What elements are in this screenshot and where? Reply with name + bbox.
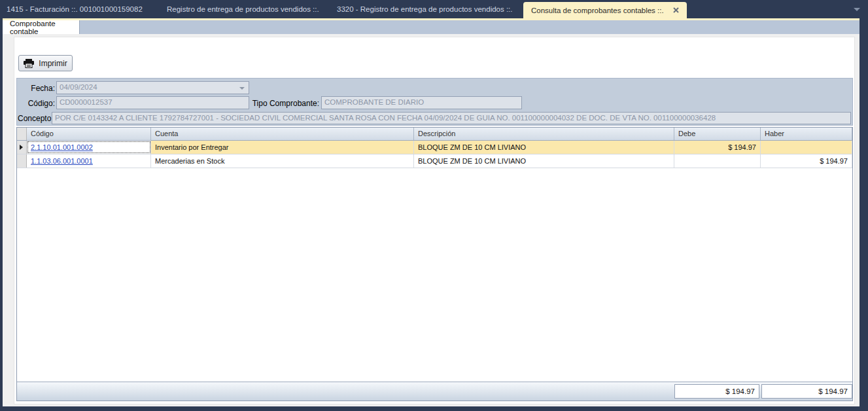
app-window: 1415 - Facturación ::. 001001000159082 R… [0,0,868,411]
col-header-debe[interactable]: Debe [674,128,761,140]
tipo-comprobante-label: Tipo Comprobante: [251,99,319,108]
fecha-value: 04/09/2024 [60,83,97,91]
grid-header-row: Código Cuenta Descripción Debe Haber [17,128,852,141]
concepto-label: Concepto: [18,114,50,123]
cell-cuenta[interactable]: Mercaderias en Stock [151,154,414,168]
chevron-down-icon[interactable] [854,8,860,11]
grid-empty-area [17,168,852,382]
codigo-input[interactable]: CD0000012537 [56,96,249,109]
account-link[interactable]: 1.1.03.06.001.0001 [31,157,93,165]
row-selected-arrow-icon [20,145,23,150]
tipo-comprobante-input[interactable]: COMPROBANTE DE DIARIO [321,96,522,109]
subtab-strip: Comprobante contable [3,20,859,34]
cell-codigo[interactable]: 2.1.10.01.001.0002 [27,141,151,154]
grid-summary-footer: $ 194.97 $ 194.97 [17,382,852,401]
imprimir-button-label: Imprimir [39,59,67,68]
tab-registro-entrega[interactable]: Registro de entrega de productos vendido… [167,0,319,18]
tab-consulta-comprobantes[interactable]: Consulta de comprobantes contables ::. [523,2,687,18]
row-indicator-header [17,128,27,140]
tab-3320-registro-entrega[interactable]: 3320 - Registro de entrega de productos … [337,0,513,18]
fecha-input[interactable]: 04/09/2024 [56,81,249,94]
cell-haber[interactable]: $ 194.97 [761,154,852,168]
codigo-label: Código: [20,99,55,108]
tab-consulta-comprobantes-label: Consulta de comprobantes contables ::. [531,7,664,14]
table-row[interactable]: 2.1.10.01.001.0002 Inventario por Entreg… [17,141,852,154]
imprimir-button[interactable]: Imprimir [18,55,73,71]
tab-comprobante-contable[interactable]: Comprobante contable [3,20,80,34]
chevron-down-icon[interactable] [239,87,245,90]
fecha-label: Fecha: [20,84,55,93]
account-link[interactable]: 2.1.10.01.001.0002 [31,143,93,151]
cell-cuenta[interactable]: Inventario por Entregar [151,141,414,154]
comprobante-header-form: Fecha: 04/09/2024 Código: CD0000012537 T… [16,78,853,126]
col-header-cuenta[interactable]: Cuenta [151,128,414,140]
row-indicator-cell [17,141,27,154]
table-row[interactable]: 1.1.03.06.001.0001 Mercaderias en Stock … [17,154,852,168]
accounting-entries-grid: Código Cuenta Descripción Debe Haber 2.1… [16,127,853,401]
cell-debe[interactable]: $ 194.97 [674,141,761,154]
cell-debe[interactable] [674,154,761,168]
col-header-descripcion[interactable]: Descripción [414,128,674,140]
document-tab-bar: 1415 - Facturación ::. 001001000159082 R… [0,0,868,18]
col-header-haber[interactable]: Haber [761,128,852,140]
tab-facturacion[interactable]: 1415 - Facturación ::. 001001000159082 [7,0,143,18]
close-icon[interactable] [673,7,679,13]
printer-icon [24,59,34,68]
cell-descripcion[interactable]: BLOQUE ZM DE 10 CM LIVIANO [414,141,674,154]
concepto-input[interactable]: POR C/E 0143342 A CLIENTE 1792784727001 … [52,112,851,124]
row-indicator-cell [17,154,27,168]
cell-codigo[interactable]: 1.1.03.06.001.0001 [27,154,151,168]
total-haber: $ 194.97 [761,384,852,399]
cell-descripcion[interactable]: BLOQUE ZM DE 10 CM LIVIANO [414,154,674,168]
cell-haber[interactable] [761,141,852,154]
col-header-codigo[interactable]: Código [27,128,151,140]
total-debe: $ 194.97 [674,384,759,399]
